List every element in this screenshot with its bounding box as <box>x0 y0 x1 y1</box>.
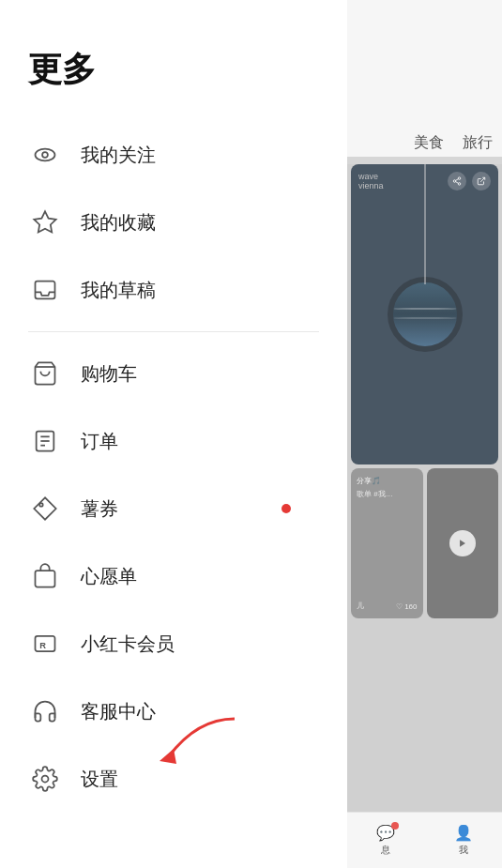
card-playlist-text: 歌单 #我… <box>357 489 393 499</box>
ocean-porthole <box>388 277 463 352</box>
menu-item-shopping-cart[interactable]: 购物车 <box>0 340 347 407</box>
app-container: 更多 我的关注 我的收藏 我的草稿 <box>0 0 502 868</box>
menu-item-customer-service[interactable]: 客服中心 <box>0 678 347 745</box>
tag-icon <box>28 492 62 525</box>
svg-marker-2 <box>34 211 55 232</box>
bag-icon <box>28 559 62 593</box>
card-label: wavevienna <box>358 172 384 190</box>
svg-point-16 <box>453 180 456 183</box>
tab-travel: 旅行 <box>463 129 493 157</box>
menu-panel: 更多 我的关注 我的收藏 我的草稿 <box>0 0 347 868</box>
right-panel: 美食 旅行 wavevienna <box>347 0 502 868</box>
svg-point-13 <box>42 776 49 783</box>
svg-point-9 <box>39 503 43 507</box>
redcard-icon: R <box>28 627 62 661</box>
right-content: wavevienna <box>347 164 502 868</box>
menu-label-settings: 设置 <box>81 767 118 792</box>
message-icon: 💬 <box>376 824 395 842</box>
menu-item-coupons[interactable]: 薯券 <box>0 475 347 542</box>
card-top-icons <box>448 172 491 190</box>
menu-label-wishlist: 心愿单 <box>81 564 137 589</box>
eye-icon <box>28 138 62 172</box>
menu-label-coupons: 薯券 <box>81 496 118 522</box>
star-icon <box>28 206 62 239</box>
card-small-right <box>427 468 499 618</box>
menu-item-orders[interactable]: 订单 <box>0 407 347 475</box>
export-icon <box>472 172 491 190</box>
nav-label-me: 我 <box>459 844 468 857</box>
card-share-text: 分享🎵 <box>357 476 381 486</box>
card-bottom-row: 分享🎵 歌单 #我… 儿 ♡ 160 <box>351 468 498 618</box>
card-author: 儿 <box>357 601 364 611</box>
card-small-left: 分享🎵 歌单 #我… 儿 ♡ 160 <box>351 468 423 618</box>
menu-label-redcard: 小红卡会员 <box>81 632 175 657</box>
nav-item-messages[interactable]: 💬 息 <box>376 824 395 857</box>
menu-item-redcard[interactable]: R 小红卡会员 <box>0 610 347 678</box>
menu-label-shopping-cart: 购物车 <box>81 361 137 387</box>
menu-item-wishlist[interactable]: 心愿单 <box>0 542 347 610</box>
svg-marker-21 <box>460 540 465 547</box>
menu-label-my-favorites: 我的收藏 <box>81 210 156 236</box>
message-badge <box>391 822 399 830</box>
svg-point-1 <box>42 152 48 158</box>
menu-item-my-follows[interactable]: 我的关注 <box>0 121 347 189</box>
coupon-badge <box>281 504 291 513</box>
share-icon <box>448 172 466 190</box>
cart-icon <box>28 357 62 390</box>
menu-list: 我的关注 我的收藏 我的草稿 <box>0 121 347 813</box>
menu-label-orders: 订单 <box>81 429 118 454</box>
tab-food: 美食 <box>414 129 444 157</box>
nav-label-messages: 息 <box>381 844 390 857</box>
menu-item-my-favorites[interactable]: 我的收藏 <box>0 189 347 256</box>
divider-1 <box>0 331 347 332</box>
clipboard-icon <box>28 424 62 458</box>
menu-title: 更多 <box>0 0 347 121</box>
svg-rect-10 <box>36 571 55 587</box>
play-button[interactable] <box>449 530 476 556</box>
bottom-nav-right: 💬 息 👤 我 <box>347 812 502 868</box>
menu-item-settings[interactable]: 设置 <box>0 745 347 813</box>
svg-text:R: R <box>39 641 46 650</box>
svg-line-19 <box>456 179 459 181</box>
wire <box>424 164 426 284</box>
nav-item-me[interactable]: 👤 我 <box>454 824 473 857</box>
right-tabs: 美食 旅行 <box>347 0 502 157</box>
card-top: wavevienna <box>351 164 498 464</box>
menu-item-my-drafts[interactable]: 我的草稿 <box>0 256 347 324</box>
svg-line-18 <box>456 182 459 184</box>
inbox-icon <box>28 273 62 307</box>
svg-point-0 <box>36 149 55 161</box>
profile-icon: 👤 <box>454 824 473 842</box>
headset-icon <box>28 694 62 728</box>
card-likes: ♡ 160 <box>396 602 418 611</box>
menu-label-customer-service: 客服中心 <box>81 699 156 724</box>
svg-point-15 <box>458 177 461 180</box>
gear-icon <box>28 762 62 796</box>
svg-line-20 <box>480 177 485 182</box>
menu-label-my-drafts: 我的草稿 <box>81 278 156 303</box>
menu-label-my-follows: 我的关注 <box>81 143 156 168</box>
svg-point-17 <box>458 183 461 186</box>
